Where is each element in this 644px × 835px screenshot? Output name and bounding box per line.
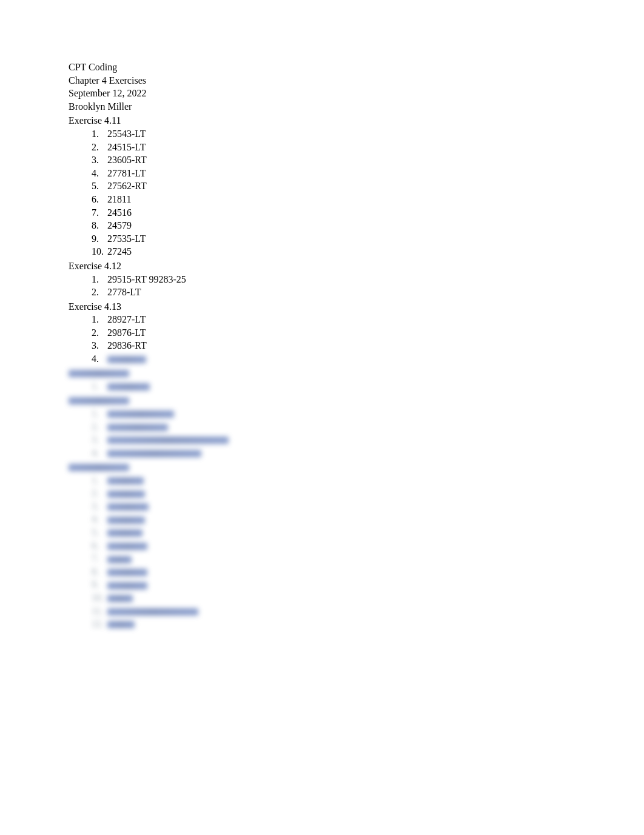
item-value: 29515-RT 99283-25 — [107, 274, 186, 284]
item-number: 2. — [92, 141, 105, 154]
blurred-list: 1.2.3.4. — [69, 407, 644, 459]
list-item: 11. — [92, 605, 644, 618]
list-item: 1. — [92, 407, 644, 420]
item-number: 7. — [92, 206, 105, 220]
item-value: 25543-LT — [107, 129, 146, 139]
item-value: 27562-RT — [107, 181, 147, 191]
blurred-value — [107, 595, 133, 602]
blurred-value — [107, 411, 174, 418]
list-item: 1. — [92, 474, 644, 487]
list-item: 1.28927-LT — [92, 313, 644, 326]
blurred-title — [69, 370, 129, 377]
list-item: 3.23605-RT — [92, 153, 644, 167]
list-item: 6.21811 — [92, 193, 644, 206]
list-item: 2.24515-LT — [92, 141, 644, 154]
item-number: 1. — [92, 273, 105, 286]
item-number: 1. — [92, 313, 105, 326]
item-number: 1. — [92, 407, 105, 420]
item-number: 4. — [92, 512, 105, 526]
list-item: 6. — [92, 539, 644, 552]
blurred-value — [107, 424, 168, 431]
blurred-value — [107, 477, 144, 485]
list-item: 1.29515-RT 99283-25 — [92, 273, 644, 286]
blurred-value — [107, 582, 147, 589]
exercise-title: Exercise 4.12 — [69, 260, 644, 273]
item-value: 24516 — [107, 207, 132, 218]
exercise-title: Exercise 4.11 — [69, 114, 644, 127]
blurred-value — [107, 543, 147, 550]
item-value: 27535-LT — [107, 233, 146, 244]
exercise-list: 1.29515-RT 99283-252.2778-LT — [69, 273, 644, 299]
item-value: 23605-RT — [107, 155, 147, 165]
list-item: 2. — [92, 486, 644, 500]
blurred-list: 1.2.3.4.5.6.7.8.9.10.11.12. — [69, 474, 644, 631]
document-date: September 12, 2022 — [69, 87, 644, 100]
list-item: 10. — [92, 591, 644, 605]
list-item: 8. — [92, 565, 644, 578]
list-item: 2. — [92, 420, 644, 434]
list-item: 5. — [92, 526, 644, 539]
blurred-region: 1.1.2.3.4.1.2.3.4.5.6.7.8.9.10.11.12. — [69, 366, 644, 631]
list-item: 4. — [92, 352, 644, 366]
item-number: 12. — [92, 617, 105, 631]
item-number: 4. — [92, 352, 105, 366]
exercise-list: 1.28927-LT2.29876-LT3.29836-RT4. — [69, 313, 644, 365]
item-number: 3. — [92, 339, 105, 352]
item-number: 2. — [92, 326, 105, 340]
item-number: 11. — [92, 605, 105, 618]
item-value: 27781-LT — [107, 168, 146, 178]
exercise-list: 1.25543-LT2.24515-LT3.23605-RT4.27781-LT… — [69, 127, 644, 258]
item-number: 10. — [92, 591, 105, 605]
list-item: 3. — [92, 500, 644, 513]
chapter-title: Chapter 4 Exercises — [69, 74, 644, 87]
item-number: 6. — [92, 539, 105, 552]
list-item: 9. — [92, 578, 644, 591]
item-number: 3. — [92, 500, 105, 513]
item-number: 5. — [92, 526, 105, 539]
item-number: 8. — [92, 219, 105, 232]
list-item: 1. — [92, 380, 644, 393]
list-item: 2.29876-LT — [92, 326, 644, 340]
list-item: 7. — [92, 552, 644, 565]
item-number: 1. — [92, 127, 105, 141]
item-number: 6. — [92, 193, 105, 206]
list-item: 12. — [92, 617, 644, 631]
blurred-value — [107, 503, 149, 511]
item-value: 24515-LT — [107, 142, 146, 152]
item-number: 5. — [92, 179, 105, 193]
list-item: 4. — [92, 512, 644, 526]
blurred-value — [107, 491, 145, 498]
blurred-value — [107, 621, 135, 628]
item-number: 2. — [92, 286, 105, 299]
list-item: 4.27781-LT — [92, 167, 644, 180]
item-number: 1. — [92, 474, 105, 487]
item-number: 3. — [92, 433, 105, 446]
list-item: 9.27535-LT — [92, 232, 644, 246]
blurred-title — [69, 397, 129, 404]
blurred-value — [107, 517, 145, 524]
blurred-title — [69, 464, 129, 471]
item-value: 27245 — [107, 246, 132, 257]
item-value: 28927-LT — [107, 314, 146, 324]
list-item: 3. — [92, 433, 644, 446]
list-item: 5.27562-RT — [92, 179, 644, 193]
blurred-value — [107, 383, 150, 391]
item-value: 29836-RT — [107, 340, 147, 350]
blurred-value — [107, 608, 198, 615]
item-number: 9. — [92, 232, 105, 246]
item-number: 9. — [92, 578, 105, 591]
item-value: 29876-LT — [107, 327, 146, 338]
sections-container: Exercise 4.111.25543-LT2.24515-LT3.23605… — [69, 114, 644, 630]
author-name: Brooklyn Miller — [69, 100, 644, 113]
item-number: 4. — [92, 167, 105, 180]
item-value: 2778-LT — [107, 287, 141, 297]
list-item: 8.24579 — [92, 219, 644, 232]
blurred-value — [107, 356, 146, 363]
item-number: 8. — [92, 565, 105, 578]
item-number: 7. — [92, 552, 105, 565]
blurred-value — [107, 569, 147, 576]
item-number: 10. — [92, 245, 105, 258]
blurred-value — [107, 529, 143, 537]
exercise-title: Exercise 4.13 — [69, 300, 644, 314]
blurred-value — [107, 437, 229, 444]
